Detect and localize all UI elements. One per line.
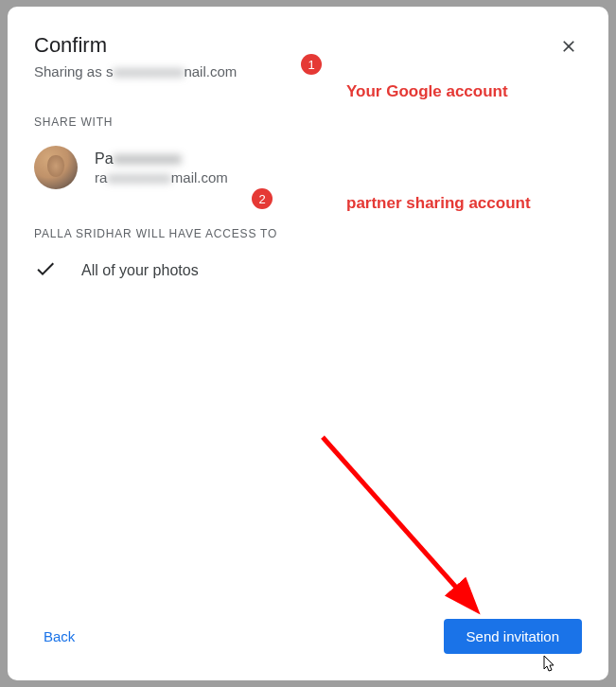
annotation-text-2: partner sharing account <box>346 194 531 213</box>
person-row: Paxxxxxxxxx raxxxxxxxxxmail.com <box>34 146 582 189</box>
checkmark-icon <box>34 257 61 284</box>
annotation-badge-1: 1 <box>301 54 322 75</box>
dialog-title: Confirm <box>34 33 237 58</box>
confirm-dialog: Confirm Sharing as sxxxxxxxxxxnail.com S… <box>8 7 608 680</box>
share-with-label: SHARE WITH <box>34 115 582 129</box>
back-button[interactable]: Back <box>34 621 84 652</box>
send-invitation-button[interactable]: Send invitation <box>444 619 582 654</box>
person-info: Paxxxxxxxxx raxxxxxxxxxmail.com <box>95 150 228 185</box>
access-label: PALLA SRIDHAR WILL HAVE ACCESS TO <box>34 227 582 240</box>
access-item-text: All of your photos <box>81 262 199 279</box>
person-name: Paxxxxxxxxx <box>95 150 228 167</box>
close-icon <box>559 35 578 61</box>
access-item-row: All of your photos <box>34 257 582 284</box>
person-email: raxxxxxxxxxmail.com <box>95 169 228 185</box>
svg-line-1 <box>323 437 474 608</box>
person-avatar <box>34 146 78 189</box>
dialog-subtitle: Sharing as sxxxxxxxxxxnail.com <box>34 63 237 79</box>
annotation-text-1: Your Google account <box>346 82 508 101</box>
annotation-badge-2: 2 <box>252 188 273 209</box>
header-text-block: Confirm Sharing as sxxxxxxxxxxnail.com <box>34 33 237 115</box>
cursor-icon <box>539 654 558 675</box>
dialog-footer: Back Send invitation <box>34 600 582 654</box>
close-button[interactable] <box>555 33 582 63</box>
